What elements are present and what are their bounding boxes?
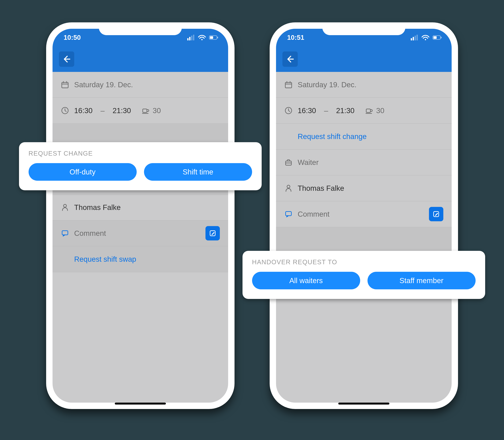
comment-icon bbox=[284, 210, 292, 218]
date-row: Saturday 19. Dec. bbox=[53, 72, 228, 98]
time-dash: – bbox=[321, 106, 331, 115]
edit-icon bbox=[432, 210, 440, 218]
wifi-icon bbox=[198, 35, 206, 41]
calendar-icon bbox=[284, 81, 292, 89]
phone-notch bbox=[322, 22, 405, 35]
date-text: Saturday 19. Dec. bbox=[74, 80, 133, 89]
mug-icon bbox=[365, 106, 373, 115]
off-duty-button[interactable]: Off-duty bbox=[28, 163, 137, 181]
time-end: 21:30 bbox=[336, 106, 354, 115]
break-minutes: 30 bbox=[376, 106, 384, 115]
clock-icon bbox=[61, 106, 69, 115]
status-time: 10:50 bbox=[64, 34, 81, 41]
time-start: 16:30 bbox=[298, 106, 316, 115]
time-row: 16:30 – 21:30 30 bbox=[276, 98, 452, 124]
role-row: Waiter bbox=[276, 150, 452, 175]
panel-title: REQUEST CHANGE bbox=[28, 150, 252, 157]
signal-icon bbox=[187, 35, 195, 41]
comment-label: Comment bbox=[298, 210, 330, 218]
swap-link-row[interactable]: Request shift swap bbox=[53, 246, 228, 272]
comment-row[interactable]: Comment bbox=[53, 220, 228, 246]
arrow-left-icon bbox=[286, 55, 294, 63]
person-icon bbox=[284, 184, 292, 192]
status-time: 10:51 bbox=[287, 34, 304, 41]
battery-icon bbox=[209, 35, 219, 41]
staff-member-button[interactable]: Staff member bbox=[368, 272, 476, 289]
briefcase-icon bbox=[284, 158, 292, 166]
back-button[interactable] bbox=[282, 52, 298, 67]
person-icon bbox=[61, 203, 69, 212]
all-waiters-button[interactable]: All waiters bbox=[252, 272, 360, 289]
phone-right: 10:51 Saturday 19. Dec. 16:30 – bbox=[270, 22, 458, 409]
app-header bbox=[53, 46, 228, 72]
shift-time-button[interactable]: Shift time bbox=[144, 163, 252, 181]
app-header bbox=[276, 46, 452, 72]
phone-left: 10:50 Saturday 19. Dec. 16:30 bbox=[46, 22, 235, 409]
battery-icon bbox=[433, 35, 442, 41]
role-text: Waiter bbox=[298, 158, 319, 167]
phone-notch bbox=[99, 22, 182, 35]
phone-frame: 10:50 Saturday 19. Dec. 16:30 bbox=[46, 22, 235, 409]
clock-icon bbox=[284, 106, 292, 115]
signal-icon bbox=[410, 35, 418, 41]
arrow-left-icon bbox=[62, 55, 71, 63]
comment-icon bbox=[61, 229, 69, 237]
panel-title: HANDOVER REQUEST TO bbox=[252, 259, 476, 266]
phone-screen: 10:50 Saturday 19. Dec. 16:30 bbox=[53, 29, 228, 403]
handover-panel: HANDOVER REQUEST TO All waiters Staff me… bbox=[242, 251, 485, 299]
change-link-text: Request shift change bbox=[298, 132, 367, 141]
change-link-row[interactable]: Request shift change bbox=[276, 124, 452, 150]
date-row: Saturday 19. Dec. bbox=[276, 72, 452, 98]
comment-label: Comment bbox=[74, 229, 106, 238]
calendar-icon bbox=[61, 81, 69, 89]
phone-screen: 10:51 Saturday 19. Dec. 16:30 – bbox=[276, 29, 452, 403]
date-text: Saturday 19. Dec. bbox=[298, 80, 357, 89]
time-row: 16:30 – 21:30 30 bbox=[53, 98, 228, 124]
edit-comment-button[interactable] bbox=[429, 207, 443, 221]
person-row: Thomas Falke bbox=[53, 195, 228, 220]
request-change-panel: REQUEST CHANGE Off-duty Shift time bbox=[19, 142, 262, 190]
wifi-icon bbox=[421, 35, 430, 41]
time-dash: – bbox=[98, 106, 107, 115]
person-row: Thomas Falke bbox=[276, 175, 452, 201]
home-indicator[interactable] bbox=[338, 403, 389, 405]
phone-frame: 10:51 Saturday 19. Dec. 16:30 – bbox=[270, 22, 458, 409]
time-start: 16:30 bbox=[74, 106, 93, 115]
break-minutes: 30 bbox=[153, 106, 161, 115]
swap-link-text: Request shift swap bbox=[74, 255, 136, 263]
time-end: 21:30 bbox=[113, 106, 131, 115]
comment-row[interactable]: Comment bbox=[276, 201, 452, 227]
edit-comment-button[interactable] bbox=[205, 226, 220, 240]
person-name: Thomas Falke bbox=[74, 203, 121, 212]
back-button[interactable] bbox=[59, 52, 74, 67]
edit-icon bbox=[209, 229, 217, 237]
person-name: Thomas Falke bbox=[298, 184, 344, 192]
home-indicator[interactable] bbox=[115, 403, 166, 405]
mug-icon bbox=[141, 106, 149, 115]
